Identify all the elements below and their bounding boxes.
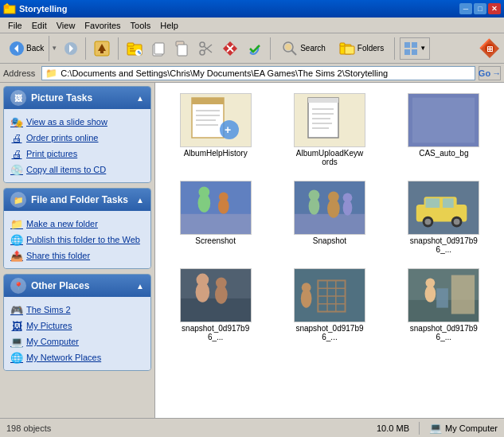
go-button[interactable]: Go → [479, 66, 501, 80]
search-label: Search [300, 44, 326, 53]
slide-show-label: View as a slide show [26, 117, 107, 127]
toolbar-separator-4 [394, 37, 395, 60]
status-location: My Computer [445, 423, 498, 433]
sims2-icon: 🎮 [10, 303, 23, 316]
folders-button[interactable]: Folders [333, 36, 389, 61]
svg-line-27 [291, 50, 296, 55]
cut-button[interactable] [195, 36, 217, 61]
svg-rect-33 [412, 42, 417, 48]
svg-point-68 [343, 200, 353, 216]
file-thumbnail [180, 268, 252, 322]
file-name: AlbumUploadKeywords [294, 149, 365, 166]
list-item[interactable]: Screenshot [162, 177, 269, 258]
menu-item-file[interactable]: File [3, 19, 27, 32]
svg-point-61 [219, 192, 229, 201]
folder-button[interactable]: ✎ [123, 36, 146, 61]
menu-item-favorites[interactable]: Favorites [80, 19, 125, 32]
address-input[interactable]: 📁 C:\Documents and Settings\Chris\My Doc… [41, 66, 475, 80]
forward-button[interactable] [61, 36, 80, 61]
go-arrow: → [492, 68, 501, 78]
list-item[interactable]: snapshot_0d917b96_... [162, 264, 269, 345]
left-panel: 🖼 Picture Tasks ▲ 🎭 View as a slide show… [0, 83, 155, 418]
svg-rect-63 [295, 214, 365, 234]
my-pictures-item[interactable]: 🖼 My Pictures [7, 318, 147, 334]
svg-point-82 [196, 274, 209, 287]
publish-folder-item[interactable]: 🌐 Publish this folder to the Web [7, 232, 147, 248]
paste-icon [174, 40, 191, 57]
toolbar-separator-2 [118, 37, 119, 60]
address-bar: Address 📁 C:\Documents and Settings\Chri… [0, 64, 504, 83]
svg-point-93 [302, 283, 311, 292]
copy-icon [150, 40, 167, 57]
list-item[interactable]: snapshot_0d917b96_... [275, 264, 383, 345]
maximize-button[interactable]: □ [474, 3, 486, 14]
file-folder-tasks-header[interactable]: 📁 File and Folder Tasks ▲ [4, 189, 150, 211]
minimize-button[interactable]: ─ [459, 3, 472, 14]
undo-button[interactable] [243, 36, 265, 61]
list-item[interactable]: AlbumUploadKeywords [275, 89, 383, 170]
order-prints-icon: 🖨 [10, 131, 23, 144]
file-thumbnail [408, 268, 479, 322]
list-item[interactable]: snapshot_0d917b96_... [390, 264, 498, 345]
list-item[interactable]: + AlbumHelpHistory [162, 89, 269, 170]
copy-button[interactable] [147, 36, 170, 61]
list-item[interactable]: snapshot_0d917b96_... [390, 177, 498, 258]
new-folder-item[interactable]: 📁 Make a new folder [7, 216, 147, 232]
paste-button[interactable] [171, 36, 193, 61]
address-folder-icon: 📁 [45, 68, 57, 79]
delete-icon [221, 40, 239, 57]
search-button[interactable]: Search [275, 36, 331, 61]
other-places-header[interactable]: 📍 Other Places ▲ [4, 275, 150, 297]
svg-text:✎: ✎ [137, 50, 142, 56]
my-network-item[interactable]: 🌐 My Network Places [7, 349, 147, 365]
file-folder-tasks-body: 📁 Make a new folder 🌐 Publish this folde… [4, 211, 150, 268]
order-prints-label: Order prints online [26, 133, 99, 142]
my-pictures-icon: 🖼 [10, 319, 23, 332]
back-dropdown[interactable]: ▼ [49, 36, 59, 61]
svg-rect-56 [181, 213, 251, 234]
status-object-count: 198 objects [6, 423, 51, 433]
file-thumbnail [294, 181, 365, 235]
svg-point-76 [425, 219, 432, 225]
copy-to-cd-item[interactable]: 💿 Copy all items to CD [7, 162, 147, 178]
my-network-label: My Network Places [26, 353, 101, 362]
back-button-group[interactable]: Back ▼ [3, 35, 60, 62]
file-folder-tasks-title: File and Folder Tasks [31, 194, 136, 205]
list-item[interactable]: CAS_auto_bg [390, 89, 498, 170]
status-size: 10.0 MB [377, 423, 409, 433]
print-label: Print pictures [26, 149, 77, 158]
delete-button[interactable] [219, 36, 241, 61]
file-name: Screenshot [195, 236, 236, 245]
svg-rect-17 [178, 45, 187, 56]
file-thumbnail [408, 93, 479, 147]
up-button[interactable] [91, 36, 113, 61]
share-folder-item[interactable]: 📤 Share this folder [7, 248, 147, 263]
svg-point-78 [454, 219, 460, 225]
back-button[interactable]: Back [4, 36, 49, 61]
back-icon [9, 41, 25, 57]
file-name: snapshot_0d917b96_... [294, 324, 365, 341]
window-controls: ─ □ ✕ [459, 3, 501, 14]
print-pictures-item[interactable]: 🖨 Print pictures [7, 146, 147, 162]
menu-bar: FileEditViewFavoritesToolsHelp [0, 18, 504, 33]
menu-item-edit[interactable]: Edit [27, 19, 52, 32]
sims2-item[interactable]: 🎮 The Sims 2 [7, 302, 147, 318]
my-computer-status-icon: 💻 [429, 422, 442, 434]
windows-logo: ⊞ [479, 37, 501, 60]
menu-item-view[interactable]: View [52, 19, 80, 32]
menu-item-help[interactable]: Help [155, 19, 183, 32]
order-prints-item[interactable]: 🖨 Order prints online [7, 130, 147, 146]
toolbar: Back ▼ ✎ [0, 33, 504, 64]
list-item[interactable]: Snapshot [275, 177, 383, 258]
folders-label: Folders [357, 44, 384, 53]
svg-point-98 [426, 278, 436, 287]
picture-tasks-header[interactable]: 🖼 Picture Tasks ▲ [4, 87, 150, 109]
title-bar: Storytelling ─ □ ✕ [0, 0, 504, 18]
picture-tasks-body: 🎭 View as a slide show 🖨 Order prints on… [4, 109, 150, 182]
view-button[interactable]: ▼ [400, 37, 430, 60]
window-title: Storytelling [19, 4, 459, 14]
close-button[interactable]: ✕ [488, 3, 501, 14]
my-computer-item[interactable]: 💻 My Computer [7, 334, 147, 349]
menu-item-tools[interactable]: Tools [126, 19, 156, 32]
slide-show-item[interactable]: 🎭 View as a slide show [7, 114, 147, 130]
